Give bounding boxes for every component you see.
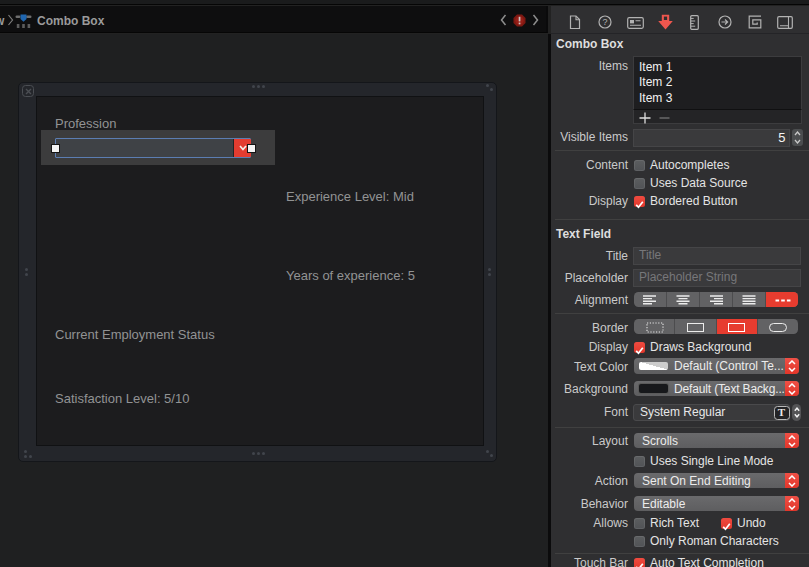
svg-text:?: ? (602, 17, 607, 27)
